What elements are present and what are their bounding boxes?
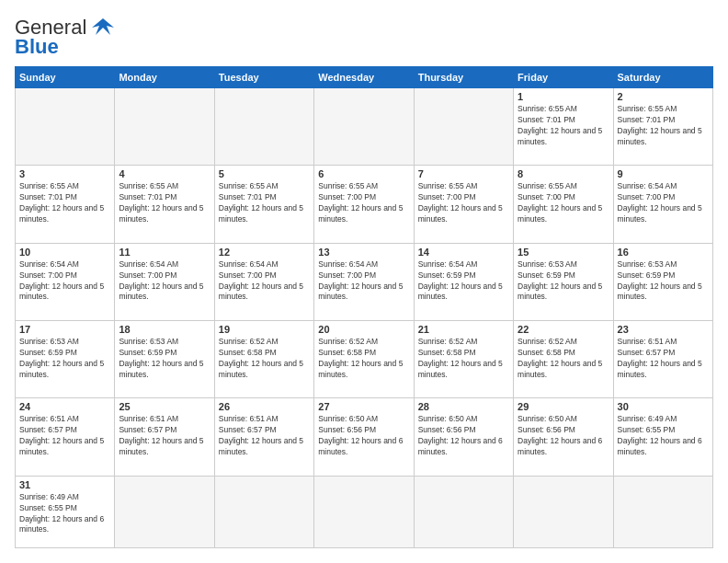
day-number: 25 xyxy=(119,401,210,412)
day-number: 6 xyxy=(318,168,409,179)
day-info: Sunrise: 6:54 AM Sunset: 6:59 PM Dayligh… xyxy=(418,259,509,304)
weekday-header-tuesday: Tuesday xyxy=(214,67,313,88)
calendar-cell: 9Sunrise: 6:54 AM Sunset: 7:00 PM Daylig… xyxy=(613,166,712,243)
weekday-header-row: SundayMondayTuesdayWednesdayThursdayFrid… xyxy=(16,67,713,88)
day-number: 4 xyxy=(119,168,210,179)
day-info: Sunrise: 6:54 AM Sunset: 7:00 PM Dayligh… xyxy=(618,181,709,225)
day-info: Sunrise: 6:52 AM Sunset: 6:58 PM Dayligh… xyxy=(518,337,609,381)
svg-marker-0 xyxy=(92,18,114,35)
calendar-cell: 23Sunrise: 6:51 AM Sunset: 6:57 PM Dayli… xyxy=(613,321,712,398)
day-info: Sunrise: 6:54 AM Sunset: 7:00 PM Dayligh… xyxy=(318,259,409,304)
calendar-cell: 4Sunrise: 6:55 AM Sunset: 7:01 PM Daylig… xyxy=(115,166,214,243)
calendar-cell: 24Sunrise: 6:51 AM Sunset: 6:57 PM Dayli… xyxy=(16,398,115,476)
day-number: 16 xyxy=(618,247,709,258)
calendar-cell xyxy=(613,476,712,547)
calendar-cell: 2Sunrise: 6:55 AM Sunset: 7:01 PM Daylig… xyxy=(613,88,712,166)
calendar-cell: 3Sunrise: 6:55 AM Sunset: 7:01 PM Daylig… xyxy=(16,166,115,243)
day-info: Sunrise: 6:50 AM Sunset: 6:56 PM Dayligh… xyxy=(418,414,509,458)
day-info: Sunrise: 6:52 AM Sunset: 6:58 PM Dayligh… xyxy=(219,337,310,381)
day-number: 18 xyxy=(119,324,210,335)
weekday-header-wednesday: Wednesday xyxy=(314,67,414,88)
calendar-cell: 21Sunrise: 6:52 AM Sunset: 6:58 PM Dayli… xyxy=(414,321,513,398)
calendar-cell: 30Sunrise: 6:49 AM Sunset: 6:55 PM Dayli… xyxy=(613,398,712,476)
calendar-cell: 29Sunrise: 6:50 AM Sunset: 6:56 PM Dayli… xyxy=(514,398,613,476)
day-number: 22 xyxy=(518,324,609,335)
day-number: 24 xyxy=(19,401,110,412)
day-info: Sunrise: 6:55 AM Sunset: 7:00 PM Dayligh… xyxy=(518,181,609,225)
day-number: 9 xyxy=(618,168,709,179)
calendar-cell: 14Sunrise: 6:54 AM Sunset: 6:59 PM Dayli… xyxy=(414,243,513,320)
day-number: 27 xyxy=(318,401,409,412)
weekday-header-saturday: Saturday xyxy=(613,67,712,88)
calendar-cell: 17Sunrise: 6:53 AM Sunset: 6:59 PM Dayli… xyxy=(16,321,115,398)
day-info: Sunrise: 6:55 AM Sunset: 7:01 PM Dayligh… xyxy=(219,181,310,225)
weekday-header-monday: Monday xyxy=(115,67,214,88)
calendar-cell xyxy=(514,476,613,547)
day-info: Sunrise: 6:55 AM Sunset: 7:01 PM Dayligh… xyxy=(518,104,609,148)
day-number: 26 xyxy=(219,401,310,412)
calendar-cell: 27Sunrise: 6:50 AM Sunset: 6:56 PM Dayli… xyxy=(314,398,414,476)
header: General Blue xyxy=(15,15,713,59)
day-info: Sunrise: 6:51 AM Sunset: 6:57 PM Dayligh… xyxy=(618,337,709,381)
day-number: 23 xyxy=(618,324,709,335)
day-info: Sunrise: 6:50 AM Sunset: 6:56 PM Dayligh… xyxy=(318,414,409,458)
logo: General Blue xyxy=(15,15,118,59)
calendar-cell: 1Sunrise: 6:55 AM Sunset: 7:01 PM Daylig… xyxy=(514,88,613,166)
calendar-cell xyxy=(115,88,214,166)
day-info: Sunrise: 6:54 AM Sunset: 7:00 PM Dayligh… xyxy=(219,259,310,304)
day-number: 11 xyxy=(119,247,210,258)
calendar-cell: 13Sunrise: 6:54 AM Sunset: 7:00 PM Dayli… xyxy=(314,243,414,320)
day-info: Sunrise: 6:53 AM Sunset: 6:59 PM Dayligh… xyxy=(618,259,709,304)
calendar-page: General Blue SundayMondayTuesdayWednesda… xyxy=(0,0,728,563)
day-info: Sunrise: 6:51 AM Sunset: 6:57 PM Dayligh… xyxy=(219,414,310,458)
calendar-cell xyxy=(214,476,313,547)
calendar-cell: 7Sunrise: 6:55 AM Sunset: 7:00 PM Daylig… xyxy=(414,166,513,243)
logo-blue: Blue xyxy=(15,35,59,59)
day-info: Sunrise: 6:52 AM Sunset: 6:58 PM Dayligh… xyxy=(418,337,509,381)
day-number: 3 xyxy=(19,168,110,179)
day-number: 8 xyxy=(518,168,609,179)
day-number: 31 xyxy=(19,479,110,490)
day-info: Sunrise: 6:50 AM Sunset: 6:56 PM Dayligh… xyxy=(518,414,609,458)
weekday-header-friday: Friday xyxy=(514,67,613,88)
day-number: 7 xyxy=(418,168,509,179)
day-info: Sunrise: 6:51 AM Sunset: 6:57 PM Dayligh… xyxy=(19,414,110,458)
calendar-cell: 22Sunrise: 6:52 AM Sunset: 6:58 PM Dayli… xyxy=(514,321,613,398)
day-number: 29 xyxy=(518,401,609,412)
calendar-table: SundayMondayTuesdayWednesdayThursdayFrid… xyxy=(15,66,713,548)
day-number: 14 xyxy=(418,247,509,258)
day-number: 20 xyxy=(318,324,409,335)
day-number: 28 xyxy=(418,401,509,412)
day-info: Sunrise: 6:55 AM Sunset: 7:00 PM Dayligh… xyxy=(318,181,409,225)
day-number: 1 xyxy=(518,91,609,102)
week-row-6: 31Sunrise: 6:49 AM Sunset: 6:55 PM Dayli… xyxy=(16,476,713,547)
day-info: Sunrise: 6:51 AM Sunset: 6:57 PM Dayligh… xyxy=(119,414,210,458)
day-info: Sunrise: 6:49 AM Sunset: 6:55 PM Dayligh… xyxy=(19,492,110,536)
day-number: 2 xyxy=(618,91,709,102)
day-number: 5 xyxy=(219,168,310,179)
weekday-header-sunday: Sunday xyxy=(16,67,115,88)
day-number: 13 xyxy=(318,247,409,258)
calendar-cell: 10Sunrise: 6:54 AM Sunset: 7:00 PM Dayli… xyxy=(16,243,115,320)
logo-text: General Blue xyxy=(15,15,118,59)
day-number: 21 xyxy=(418,324,509,335)
day-info: Sunrise: 6:52 AM Sunset: 6:58 PM Dayligh… xyxy=(318,337,409,381)
day-number: 30 xyxy=(618,401,709,412)
logo-bird-icon xyxy=(88,15,118,40)
calendar-cell: 19Sunrise: 6:52 AM Sunset: 6:58 PM Dayli… xyxy=(214,321,313,398)
day-info: Sunrise: 6:55 AM Sunset: 7:01 PM Dayligh… xyxy=(119,181,210,225)
day-info: Sunrise: 6:53 AM Sunset: 6:59 PM Dayligh… xyxy=(19,337,110,381)
day-number: 15 xyxy=(518,247,609,258)
week-row-5: 24Sunrise: 6:51 AM Sunset: 6:57 PM Dayli… xyxy=(16,398,713,476)
calendar-cell xyxy=(16,88,115,166)
day-info: Sunrise: 6:53 AM Sunset: 6:59 PM Dayligh… xyxy=(119,337,210,381)
weekday-header-thursday: Thursday xyxy=(414,67,513,88)
calendar-cell xyxy=(314,88,414,166)
day-number: 19 xyxy=(219,324,310,335)
calendar-cell: 16Sunrise: 6:53 AM Sunset: 6:59 PM Dayli… xyxy=(613,243,712,320)
day-number: 10 xyxy=(19,247,110,258)
calendar-cell: 6Sunrise: 6:55 AM Sunset: 7:00 PM Daylig… xyxy=(314,166,414,243)
day-info: Sunrise: 6:55 AM Sunset: 7:01 PM Dayligh… xyxy=(19,181,110,225)
calendar-cell: 28Sunrise: 6:50 AM Sunset: 6:56 PM Dayli… xyxy=(414,398,513,476)
calendar-cell: 12Sunrise: 6:54 AM Sunset: 7:00 PM Dayli… xyxy=(214,243,313,320)
